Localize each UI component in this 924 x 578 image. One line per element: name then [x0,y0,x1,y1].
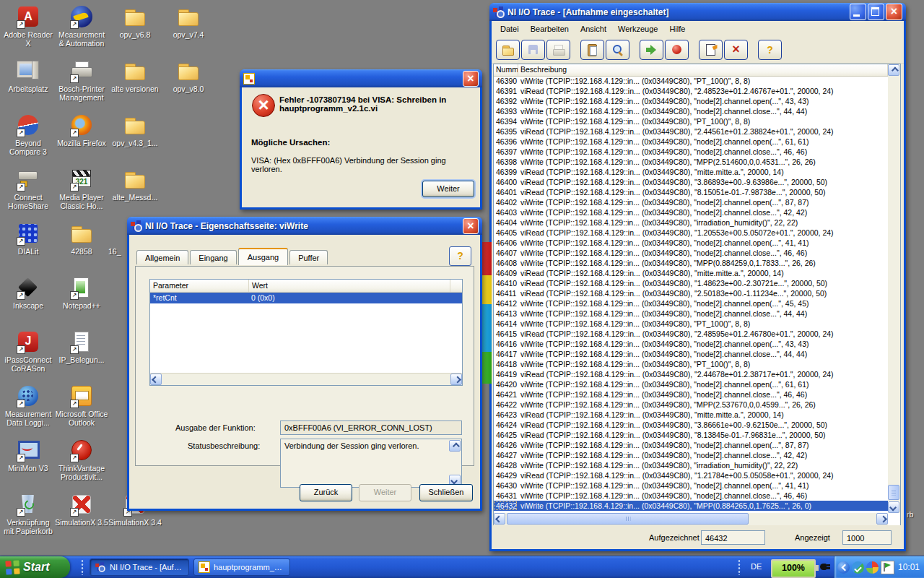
trace-row[interactable]: 46402 viWrite (TCPIP::192.168.4.129::in.… [494,197,888,207]
minimize-button[interactable] [850,4,866,20]
table-horizontal-scrollbar[interactable] [150,373,462,385]
trace-row[interactable]: 46395 viRead (TCPIP::192.168.4.129::in..… [494,126,888,137]
desktop-icon[interactable]: ↗ MiniMon V3 [1,438,55,492]
trace-row[interactable]: 46403 viWrite (TCPIP::192.168.4.129::in.… [494,207,888,217]
desktop-icon[interactable]: ↗ Connect HomeShare [1,167,55,221]
main-window-titlebar[interactable]: NI I/O Trace - [Aufnahme eingeschaltet] [489,3,906,21]
scroll-up-button[interactable] [888,64,899,76]
trace-row[interactable]: 46396 viWrite (TCPIP::192.168.4.129::in.… [494,137,888,147]
trace-row[interactable]: 46417 viWrite (TCPIP::192.168.4.129::in.… [494,349,888,359]
taskbar-task-niio-trace[interactable]: NI I/O Trace - [Aufna... [90,558,189,576]
tray-flag-icon[interactable] [881,561,894,574]
scroll-right-button[interactable] [876,513,888,525]
desktop-icon[interactable]: ↗ Media Player Classic Ho... [55,167,108,221]
zurueck-button[interactable]: Zurück [300,484,352,501]
taskbar-task-hauptprogramm[interactable]: hauptprogramm_v2.1... [193,558,290,576]
props-dialog-titlebar[interactable]: NI I/O Trace - Eigenschaftsseite: viWrit… [127,217,482,235]
column-header-beschreibung[interactable]: Beschreibung [518,64,888,76]
desktop-icon[interactable]: ↗ SimulationX 3.5 [55,492,108,546]
trace-row[interactable]: 46413 viWrite (TCPIP::192.168.4.129::in.… [494,309,888,319]
menu-item[interactable]: Ansicht [575,22,612,35]
start-button[interactable]: Start [0,556,70,578]
toolbar-button[interactable] [665,40,689,60]
desktop-icon-label-papierkorb-fragment[interactable]: rb [907,510,913,519]
schliessen-button[interactable]: Schließen [419,484,473,501]
trace-row[interactable]: 46394 viWrite (TCPIP::192.168.4.129::in.… [494,116,888,126]
column-header-parameter[interactable]: Parameter [150,280,249,292]
trace-row[interactable]: 46401 viRead (TCPIP::192.168.4.129::in..… [494,187,888,197]
help-button[interactable]: ? [449,246,471,266]
tab[interactable]: Ausgang [238,248,288,265]
desktop-icon[interactable]: ↗ Measurement & Automation [55,4,108,59]
desktop-icon[interactable]: ↗ Mozilla Firefox [55,113,108,167]
desktop-icon[interactable]: ↗ opv_v6.8 [108,4,162,59]
trace-row[interactable]: 46410 viRead (TCPIP::192.168.4.129::in..… [494,278,888,288]
trace-row[interactable]: 46412 viWrite (TCPIP::192.168.4.129::in.… [494,298,888,309]
desktop-icon[interactable]: ↗ Inkscape [1,275,55,329]
toolbar-button[interactable] [496,40,520,60]
trace-row[interactable]: 46420 viWrite (TCPIP::192.168.4.129::in.… [494,379,888,389]
scroll-up-button[interactable] [449,440,461,452]
menu-item[interactable]: Bearbeiten [525,22,575,35]
desktop-icon[interactable]: ↗ Microsoft Office Outlook [55,384,108,438]
menu-item[interactable]: Datei [494,22,525,35]
close-button[interactable] [463,71,479,87]
trace-row[interactable]: 46428 viWrite (TCPIP::192.168.4.129::in.… [494,460,888,470]
quicklaunch-separator[interactable] [81,559,84,575]
trace-row[interactable]: 46391 viRead (TCPIP::192.168.4.129::in..… [494,86,888,96]
horizontal-scroll-thumb[interactable] [507,513,749,525]
trace-row[interactable]: 46406 viWrite (TCPIP::192.168.4.129::in.… [494,238,888,248]
menu-item[interactable]: Hilfe [663,22,691,35]
trace-row[interactable]: 46399 viRead (TCPIP::192.168.4.129::in..… [494,167,888,177]
desktop-icon[interactable]: ↗ opv_v8.0 [162,59,215,113]
toolbar-button[interactable] [546,40,570,60]
trace-row[interactable]: 46400 viRead (TCPIP::192.168.4.129::in..… [494,177,888,187]
scroll-left-button[interactable] [150,374,162,385]
trace-row[interactable]: 46425 viRead (TCPIP::192.168.4.129::in..… [494,430,888,440]
desktop-icon-label-folder16[interactable]: 16_ [108,247,121,256]
desktop-icon[interactable]: ↗ iPassConnect CoRASon [1,329,55,384]
toolbar-button[interactable] [724,40,748,60]
trace-row[interactable]: 46409 viRead (TCPIP::192.168.4.129::in..… [494,268,888,278]
toolbar-button[interactable] [640,40,663,60]
trace-row[interactable]: 46431 viWrite (TCPIP::192.168.4.129::in.… [494,491,888,501]
desktop-icon[interactable]: ↗ Bosch-Printer Management [55,59,108,113]
desktop-icon[interactable]: ↗ Adobe Reader X [1,4,55,59]
trace-row[interactable]: 46432 viWrite (TCPIP::192.168.4.129::in.… [494,501,888,511]
parameter-row-selected[interactable]: *retCnt 0 (0x0) [150,293,462,303]
desktop-icon[interactable]: ↗ opv_v4.3_1... [108,113,162,167]
horizontal-scrollbar[interactable] [494,513,888,525]
desktop-icon[interactable]: ↗ ThinkVantage Productivit... [55,438,108,492]
trace-row[interactable]: 46415 viRead (TCPIP::192.168.4.129::in..… [494,329,888,339]
status-description-box[interactable]: Verbindung der Session ging verloren. [280,439,462,488]
error-dialog-titlebar[interactable] [240,69,482,87]
toolbar-button[interactable] [606,40,629,60]
tab[interactable]: Allgemein [136,250,188,264]
vertical-scrollbar[interactable] [888,64,900,513]
weiter-button[interactable]: Weiter [422,181,474,197]
column-header-wert[interactable]: Wert [249,280,450,292]
desktop-icon[interactable]: ↗ 42858 [55,221,108,275]
trace-row[interactable]: 46408 viWrite (TCPIP::192.168.4.129::in.… [494,258,888,268]
tab[interactable]: Eingang [190,250,236,264]
scroll-down-button[interactable] [888,501,899,513]
desktop-icon[interactable]: ↗ alte_Messd... [108,167,162,221]
toolbar-button[interactable] [699,40,723,60]
vertical-scroll-thumb[interactable] [888,485,899,500]
trace-row[interactable]: 46405 viRead (TCPIP::192.168.4.129::in..… [494,228,888,238]
trace-row[interactable]: 46430 viWrite (TCPIP::192.168.4.129::in.… [494,480,888,491]
trace-row[interactable]: 46390 viWrite (TCPIP::192.168.4.129::in.… [494,76,888,86]
trace-row[interactable]: 46407 viWrite (TCPIP::192.168.4.129::in.… [494,248,888,258]
desktop-icon[interactable]: ↗ IP_Belegun... [55,329,108,384]
trace-row[interactable]: 46418 viWrite (TCPIP::192.168.4.129::in.… [494,359,888,369]
column-header-nummer[interactable]: Nummer [494,64,518,76]
trace-row[interactable]: 46392 viWrite (TCPIP::192.168.4.129::in.… [494,96,888,106]
battery-indicator[interactable]: 100% [771,559,816,578]
close-button[interactable] [463,218,479,234]
trace-row[interactable]: 46426 viWrite (TCPIP::192.168.4.129::in.… [494,440,888,450]
language-indicator[interactable]: DE [751,562,762,571]
desktop-icon[interactable]: ↗ Notepad++ [55,275,108,329]
trace-row[interactable]: 46414 viWrite (TCPIP::192.168.4.129::in.… [494,319,888,329]
trace-row[interactable]: 46422 viWrite (TCPIP::192.168.4.129::in.… [494,400,888,410]
trace-row[interactable]: 46393 viWrite (TCPIP::192.168.4.129::in.… [494,106,888,116]
